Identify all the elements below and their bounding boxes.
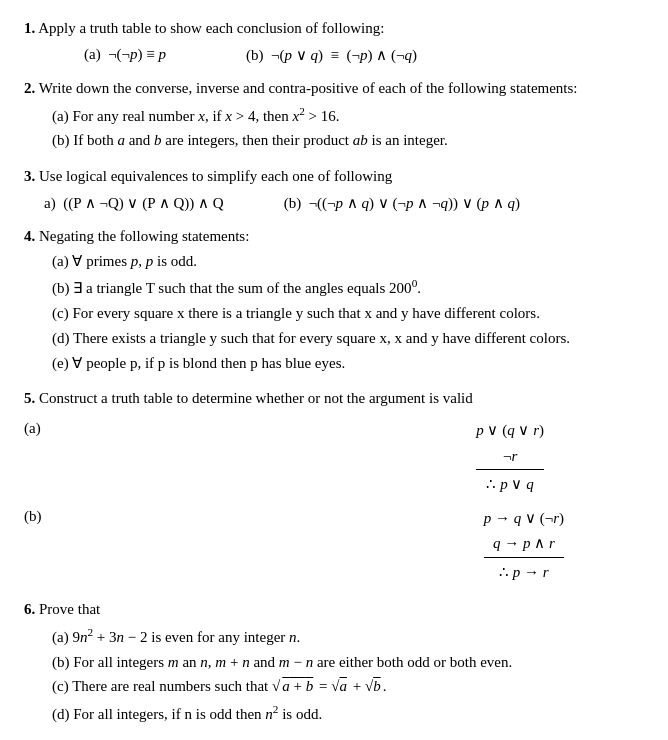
s5-label-b: (b) (24, 506, 104, 525)
s1-item-b: (b) ¬(p ∨ q) ≡ (¬p) ∧ (¬q) (246, 46, 417, 64)
s3-label-b: (b) (284, 195, 305, 211)
s1-item-a: (a) ¬(¬p) ≡ p (84, 46, 166, 64)
section-6-items: (a) 9n2 + 3n − 2 is even for any integer… (24, 624, 644, 726)
section-5: 5. Construct a truth table to determine … (24, 388, 644, 585)
s6c-math: √a + b = √a + √b. (272, 678, 386, 694)
section-2: 2. Write down the converse, inverse and … (24, 78, 644, 152)
s6-item-a: (a) 9n2 + 3n − 2 is even for any integer… (52, 624, 644, 649)
s5b-line2: q → p ∧ r (484, 531, 564, 557)
s5-content-b: p → q ∨ (¬r) q → p ∧ r ∴ p → r (484, 506, 564, 586)
s4-item-d: (d) There exists a triangle y such that … (52, 328, 644, 350)
section-4: 4. Negating the following statements: (a… (24, 226, 644, 375)
section-1-title: 1. Apply a truth table to show each conc… (24, 18, 644, 40)
s5a-line3: ∴ p ∨ q (476, 469, 544, 498)
s3-label-a: a) (44, 195, 59, 211)
s5-arg-b: (b) p → q ∨ (¬r) q → p ∧ r ∴ p → r (24, 506, 644, 586)
section-3: 3. Use logical equivalences to simplify … (24, 166, 644, 212)
s3-item-a: a) ((P ∧ ¬Q) ∨ (P ∧ Q)) ∧ Q (44, 194, 224, 212)
s4-item-e: (e) ∀ people p, if p is blond then p has… (52, 353, 644, 375)
s5a-line2: ¬r (476, 444, 544, 470)
section-1-items: (a) ¬(¬p) ≡ p (b) ¬(p ∨ q) ≡ (¬p) ∧ (¬q) (24, 46, 644, 64)
s1-content-a: ¬(¬p) ≡ p (108, 46, 166, 62)
s3-item-b: (b) ¬((¬p ∧ q) ∨ (¬p ∧ ¬q)) ∨ (p ∧ q) (264, 194, 520, 212)
s1-content-b: ¬(p ∨ q) ≡ (¬p) ∧ (¬q) (271, 47, 417, 63)
s5b-line1: p → q ∨ (¬r) (484, 506, 564, 532)
s6-item-c: (c) There are real numbers such that √a … (52, 676, 644, 698)
s6-item-b: (b) For all integers m an n, m + n and m… (52, 652, 644, 674)
s6-item-d: (d) For all integers, if n is odd then n… (52, 701, 644, 726)
s3-content-b: ¬((¬p ∧ q) ∨ (¬p ∧ ¬q)) ∨ (p ∧ q) (309, 195, 520, 211)
section-2-title: 2. Write down the converse, inverse and … (24, 78, 644, 100)
section-6-title: 6. Prove that (24, 599, 644, 621)
section-5-args: (a) p ∨ (q ∨ r) ¬r ∴ p ∨ q (b) p → q ∨ (… (24, 418, 644, 585)
s1-label-a: (a) (84, 46, 104, 62)
section-4-title: 4. Negating the following statements: (24, 226, 644, 248)
s4-item-a: (a) ∀ primes p, p is odd. (52, 251, 644, 273)
section-1: 1. Apply a truth table to show each conc… (24, 18, 644, 64)
s5b-line3: ∴ p → r (484, 557, 564, 586)
s5-label-a: (a) (24, 418, 104, 437)
s4-item-b: (b) ∃ a triangle T such that the sum of … (52, 275, 644, 300)
page-content: 1. Apply a truth table to show each conc… (24, 18, 644, 740)
s2-item-a: (a) For any real number x, if x > 4, the… (52, 103, 644, 128)
section-6: 6. Prove that (a) 9n2 + 3n − 2 is even f… (24, 599, 644, 726)
section-3-title: 3. Use logical equivalences to simplify … (24, 166, 644, 188)
s5a-line1: p ∨ (q ∨ r) (476, 418, 544, 444)
section-2-items: (a) For any real number x, if x > 4, the… (24, 103, 644, 153)
section-4-items: (a) ∀ primes p, p is odd. (b) ∃ a triang… (24, 251, 644, 375)
section-3-items: a) ((P ∧ ¬Q) ∨ (P ∧ Q)) ∧ Q (b) ¬((¬p ∧ … (24, 194, 644, 212)
s3-content-a: ((P ∧ ¬Q) ∨ (P ∧ Q)) ∧ Q (63, 195, 224, 211)
s2-item-b: (b) If both a and b are integers, then t… (52, 130, 644, 152)
s4-item-c: (c) For every square x there is a triang… (52, 303, 644, 325)
s5-arg-a: (a) p ∨ (q ∨ r) ¬r ∴ p ∨ q (24, 418, 644, 498)
s5-content-a: p ∨ (q ∨ r) ¬r ∴ p ∨ q (476, 418, 544, 498)
section-5-title: 5. Construct a truth table to determine … (24, 388, 644, 410)
s1-label-b: (b) (246, 47, 267, 63)
